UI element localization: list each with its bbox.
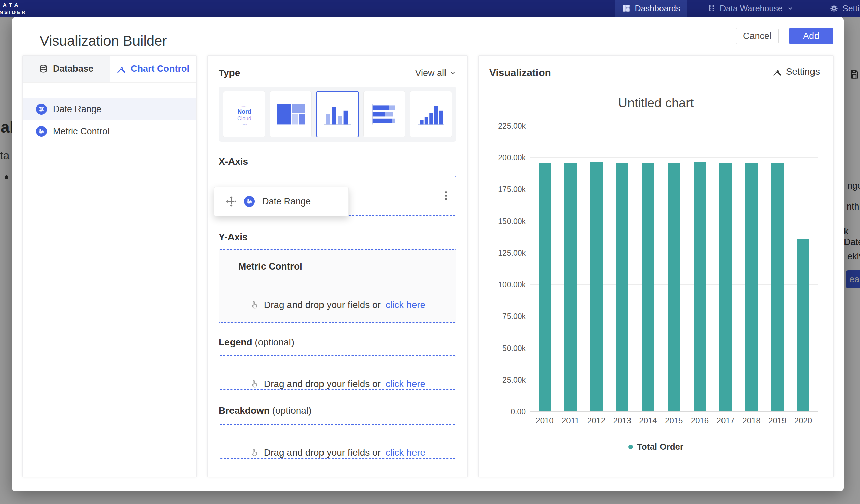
chart-title: Untitled chart	[478, 96, 833, 111]
chart-plot: 2010201120122013201420152016201720182019…	[530, 126, 818, 411]
dragged-field-card[interactable]: Date Range	[214, 187, 349, 216]
legend-marker	[629, 445, 633, 449]
visualization-panel: Visualization Settings Untitled chart 0.…	[478, 55, 834, 477]
nav-data-warehouse[interactable]: Data Warehouse	[708, 0, 793, 17]
bar-2016[interactable]	[694, 162, 706, 411]
y-axis-control-name: Metric Control	[238, 261, 456, 272]
nav-dashboards[interactable]: Dashboards	[615, 0, 687, 17]
y-tick-label: 200.00k	[482, 153, 526, 162]
sliders-icon	[36, 104, 47, 115]
cancel-button[interactable]: Cancel	[736, 28, 779, 44]
y-tick-label: 75.00k	[482, 312, 526, 321]
visualization-panel-title: Visualization	[489, 67, 551, 78]
nav-dashboards-label: Dashboards	[635, 4, 680, 13]
drag-hand-icon	[250, 379, 259, 389]
x-tick-label: 2014	[635, 416, 661, 426]
chart-type-horizontal-bars[interactable]	[363, 91, 405, 138]
chart-type-list: word Nord Cloud data	[219, 87, 456, 142]
fields-panel-tabs: Database Chart Control	[23, 56, 197, 83]
bar-2015[interactable]	[668, 163, 680, 411]
drop-hint-text: Drag and drop your fields or	[264, 447, 381, 458]
tab-chart-control[interactable]: Chart Control	[110, 56, 197, 82]
bar-2011[interactable]	[564, 163, 577, 411]
drop-hint-text: Drag and drop your fields or	[264, 300, 381, 310]
click-here-link[interactable]: click here	[386, 300, 425, 310]
y-tick-label: 0.00	[482, 407, 526, 416]
sliders-icon	[36, 126, 47, 137]
field-item-date-range[interactable]: Date Range	[23, 98, 197, 120]
database-icon	[39, 64, 48, 74]
y-tick-label: 100.00k	[482, 280, 526, 289]
control-field-list: Date Range Metric Control	[23, 98, 197, 143]
y-axis-section-label: Y-Axis	[219, 232, 456, 242]
drag-hand-icon	[250, 300, 259, 309]
tab-chart-control-label: Chart Control	[131, 64, 189, 74]
y-tick-label: 125.00k	[482, 249, 526, 258]
visualization-builder-modal: Visualization Builder Cancel Add Databas…	[12, 17, 844, 491]
gear-icon	[830, 4, 838, 13]
x-tick-label: 2017	[713, 416, 739, 426]
field-item-label: Date Range	[53, 104, 101, 115]
drag-hand-icon	[250, 448, 259, 458]
bar-2013[interactable]	[616, 163, 628, 411]
bar-2014[interactable]	[642, 163, 654, 411]
add-button[interactable]: Add	[789, 28, 833, 44]
chart-legend[interactable]: Total Order	[478, 442, 833, 452]
chart-type-column-chart[interactable]	[410, 91, 452, 138]
drop-hint-text: Drag and drop your fields or	[264, 379, 381, 389]
x-tick-label: 2011	[558, 416, 583, 426]
x-tick-label: 2015	[661, 416, 687, 426]
gridline	[530, 126, 818, 126]
bar-2018[interactable]	[745, 163, 758, 411]
word-cloud-word: Nord	[237, 108, 251, 115]
view-all-button[interactable]: View all	[415, 68, 456, 78]
legend-series-name: Total Order	[637, 442, 684, 452]
move-icon	[226, 196, 236, 207]
bar-2019[interactable]	[771, 163, 784, 411]
view-all-label: View all	[415, 68, 446, 78]
x-tick-label: 2016	[687, 416, 713, 426]
bar-2017[interactable]	[719, 163, 732, 411]
logo-line1: DATA	[0, 1, 27, 9]
app-logo: DATA INSIDER	[0, 1, 27, 16]
chart-type-treemap[interactable]	[270, 91, 312, 138]
x-tick-label: 2012	[584, 416, 609, 426]
modal-title: Visualization Builder	[40, 33, 167, 49]
svg-text:data: data	[242, 123, 247, 126]
kebab-menu-icon[interactable]	[445, 190, 447, 201]
chart-y-labels: 0.0025.00k50.00k75.00k100.00k125.00k150.…	[482, 126, 526, 411]
tools-icon	[773, 67, 782, 76]
click-here-link[interactable]: click here	[386, 447, 425, 458]
gridline	[530, 411, 818, 412]
y-tick-label: 25.00k	[482, 376, 526, 385]
tab-database-label: Database	[53, 64, 94, 74]
chart-type-bar-chart[interactable]	[316, 91, 359, 138]
chart-type-word-cloud[interactable]: word Nord Cloud data	[223, 91, 265, 138]
fields-panel: Database Chart Control Date Range Met	[22, 55, 197, 477]
x-tick-label: 2013	[609, 416, 635, 426]
breakdown-section-label: Breakdown (optional)	[219, 406, 456, 416]
y-axis-line	[530, 126, 530, 411]
y-axis-dropzone[interactable]: Metric Control Drag and drop your fields…	[219, 249, 456, 323]
app-header: DATA INSIDER Dashboards Data Warehouse S…	[0, 0, 860, 17]
nav-settings[interactable]: Settings	[830, 0, 860, 17]
x-axis-section-label: X-Axis	[219, 157, 456, 167]
bar-2010[interactable]	[539, 163, 551, 411]
tab-database[interactable]: Database	[23, 56, 110, 82]
y-tick-label: 150.00k	[482, 217, 526, 226]
y-tick-label: 50.00k	[482, 344, 526, 353]
legend-section-label: Legend (optional)	[219, 337, 456, 347]
x-tick-label: 2018	[739, 416, 764, 426]
nav-settings-label: Settings	[843, 4, 860, 13]
field-item-metric-control[interactable]: Metric Control	[23, 120, 197, 143]
breakdown-dropzone[interactable]: Drag and drop your fields or click here	[219, 424, 456, 459]
sliders-icon	[244, 196, 255, 207]
gridline	[530, 157, 818, 158]
bar-2020[interactable]	[797, 239, 809, 411]
chart-settings-button[interactable]: Settings	[773, 66, 820, 77]
tools-icon	[117, 64, 126, 74]
legend-dropzone[interactable]: Drag and drop your fields or click here	[219, 356, 456, 390]
click-here-link[interactable]: click here	[386, 379, 425, 389]
type-section-label: Type	[219, 68, 240, 78]
bar-2012[interactable]	[590, 162, 603, 411]
